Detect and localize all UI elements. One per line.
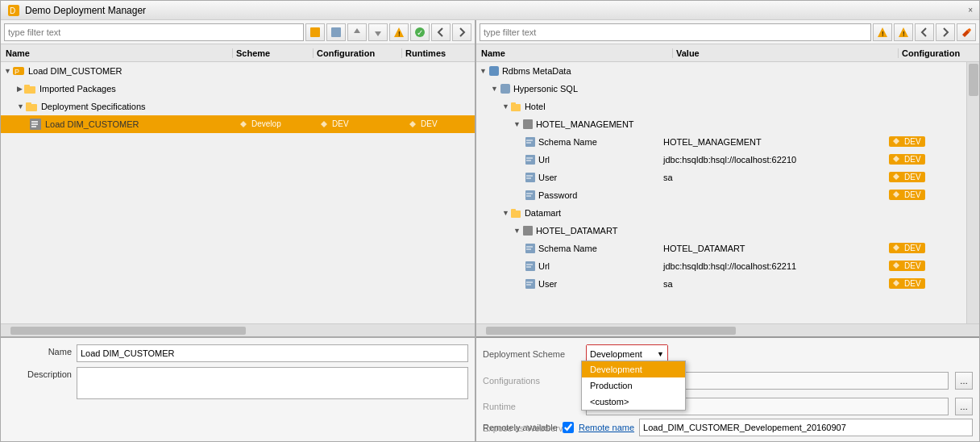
config-badge: DEV [317,119,353,129]
col-header-runtimes: Runtimes [402,48,475,58]
right-toolbar-edit[interactable] [957,23,976,41]
tree-row-loaddim-config: DEV [314,119,402,130]
svg-rect-10 [24,85,30,88]
svg-rect-33 [525,190,535,200]
right-filter-input[interactable] [480,23,871,41]
svg-text:!: ! [398,30,401,38]
toolbar-btn-4[interactable] [368,23,388,41]
description-row: Description [7,367,468,399]
svg-text:!: ! [882,30,884,38]
tree-row-imported[interactable]: ▶ Imported Packages [1,80,475,98]
right-v-scrollbar[interactable] [966,62,979,323]
tree-row-root-name: ▼ P Load DIM_CUSTOMER [1,65,233,77]
rtree-datamart[interactable]: ▼ Datamart [476,204,966,222]
scheme-dropdown-menu: Development Production <custom> [581,361,686,411]
toolbar-btn-1[interactable] [305,23,325,41]
toolbar-btn-warn[interactable]: ! [389,23,409,41]
deployment-scheme-row: Deployment Scheme Development Production… [483,344,973,364]
rtree-rdbms[interactable]: ▼ Rdbms MetaData [476,62,966,80]
description-textarea[interactable] [77,367,468,399]
rtree-hypersonic[interactable]: ▼ Hypersonic SQL [476,80,966,98]
rtree-hotel-datamart[interactable]: ▼ HOTEL_DATAMART [476,222,966,240]
left-h-scrollbar[interactable] [1,323,475,336]
tree-row-loaddim-name: Load DIM_CUSTOMER [1,119,233,130]
toolbar-btn-back[interactable] [431,23,451,41]
runtimes-badge: DEV [405,119,442,129]
deployment-scheme-label: Deployment Scheme [483,349,579,359]
svg-rect-42 [525,261,535,271]
rcell-schema-config-badge: DEV [889,136,925,147]
right-scroll-thumb-h [486,327,736,335]
rtree-url-2[interactable]: Url jdbc:hsqldb:hsql://localhost:62211 D… [476,257,966,275]
right-toolbar-warn1[interactable]: ! [873,23,892,41]
rtree-url[interactable]: Url jdbc:hsqldb:hsql://localhost:62210 D… [476,151,966,169]
right-scroll-thumb [969,64,978,96]
name-input[interactable] [77,344,468,362]
rcol-config: Configuration [899,48,979,58]
dropdown-item-custom[interactable]: <custom> [582,394,685,410]
close-icon[interactable]: × [968,6,973,15]
remotely-available-checkbox[interactable] [563,422,574,433]
rcell-dm-schema-badge: DEV [889,243,925,253]
dropdown-item-development[interactable]: Development [582,361,685,377]
left-tree-area: ▼ P Load DIM_CUSTOMER ▶ Imported Package… [1,62,475,323]
left-panel: ! ✓ Name Scheme Configuration Runtimes [1,20,476,441]
right-panel-inner: ▼ Rdbms MetaData ▼ Hypersonic SQL [476,62,979,323]
expand-icon: ▼ [4,67,11,75]
tree-row-loaddim[interactable]: Load DIM_CUSTOMER Develop DEV [1,115,475,133]
bottom-left-form: Name Description [1,336,475,441]
svg-rect-38 [523,226,533,236]
rcol-name: Name [476,48,673,58]
rcell-url2-config-badge: DEV [889,261,925,271]
left-scroll-thumb [10,327,246,335]
toolbar-btn-3[interactable] [347,23,367,41]
tree-row-root[interactable]: ▼ P Load DIM_CUSTOMER [1,62,475,80]
right-toolbar-back[interactable] [915,23,934,41]
rcol-value: Value [673,48,899,58]
svg-rect-30 [525,173,535,182]
remote-name-label[interactable]: Remote name [579,423,634,432]
rtree-password[interactable]: Password DEV [476,186,966,204]
tree-row-loaddim-scheme: Develop [233,119,314,130]
name-label: Name [7,344,72,357]
svg-text:✓: ✓ [417,28,423,37]
toolbar-btn-2[interactable] [326,23,346,41]
svg-rect-3 [331,27,341,37]
left-filter-input[interactable] [4,23,304,41]
window-icon: D [7,4,20,17]
scheme-badge: Develop [236,119,285,129]
rtree-user[interactable]: User sa DEV [476,169,966,186]
runtime-more-btn[interactable]: … [955,398,973,415]
toolbar-btn-ok[interactable]: ✓ [410,23,430,41]
rtree-schema-name[interactable]: Schema Name HOTEL_MANAGEMENT DEV [476,133,966,151]
window-title: Demo Deployment Manager [25,5,968,16]
name-row: Name [7,344,468,362]
svg-rect-27 [525,155,535,165]
svg-rect-20 [500,84,510,94]
left-toolbar: ! ✓ [1,20,475,44]
right-toolbar-warn2[interactable]: ! [894,23,913,41]
toolbar-btn-forward[interactable] [452,23,471,41]
configurations-row: Configurations … [483,372,973,390]
tree-row-depspecs[interactable]: ▼ Deployment Specifications [1,98,475,115]
rtree-user-2[interactable]: User sa DEV [476,275,966,293]
left-tree-header: Name Scheme Configuration Runtimes [1,44,475,62]
remote-name-input[interactable] [639,419,973,436]
configurations-more-btn[interactable]: … [955,372,973,390]
col-header-config: Configuration [314,48,402,58]
rtree-hotel[interactable]: ▼ Hotel [476,98,966,115]
right-toolbar-forward[interactable] [936,23,955,41]
rcell-user-config-badge: DEV [889,172,925,182]
right-toolbar: ! ! [476,20,979,44]
svg-text:P: P [15,68,19,76]
svg-rect-2 [310,27,320,37]
dropdown-item-production[interactable]: Production [582,377,685,394]
rtree-schema-name-2[interactable]: Schema Name HOTEL_DATAMART DEV [476,240,966,257]
svg-rect-37 [511,209,516,212]
right-h-scrollbar[interactable] [476,323,979,336]
svg-rect-39 [525,244,535,253]
remote-row: Remotely available Remote name [483,419,973,436]
col-header-name: Name [1,48,233,58]
rtree-hotel-mgmt[interactable]: ▼ HOTEL_MANAGEMENT [476,115,966,133]
rcell-user2-config-badge: DEV [889,278,925,289]
